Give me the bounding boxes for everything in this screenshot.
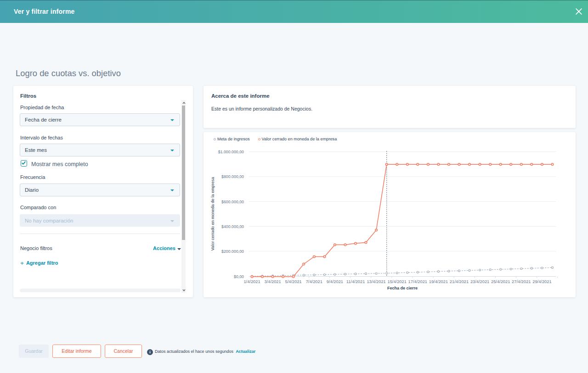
- svg-text:17/4/2021: 17/4/2021: [408, 279, 427, 284]
- svg-text:Valor cerrado en moneda de la: Valor cerrado en moneda de la empresa: [210, 177, 215, 251]
- svg-text:13/4/2021: 13/4/2021: [367, 279, 385, 284]
- svg-text:11/4/2021: 11/4/2021: [346, 279, 365, 284]
- svg-text:25/4/2021: 25/4/2021: [491, 279, 510, 284]
- svg-text:23/4/2021: 23/4/2021: [470, 279, 489, 284]
- svg-text:3/4/2021: 3/4/2021: [264, 279, 281, 284]
- svg-text:$1.000.000,00: $1.000.000,00: [218, 150, 244, 154]
- svg-text:$600.000,00: $600.000,00: [221, 200, 244, 204]
- svg-text:Fecha de cierre: Fecha de cierre: [387, 286, 418, 290]
- svg-text:$0,00: $0,00: [234, 274, 244, 279]
- svg-text:$400.000,00: $400.000,00: [221, 224, 244, 229]
- svg-text:$200.000,00: $200.000,00: [221, 249, 244, 254]
- svg-text:1/4/2021: 1/4/2021: [243, 279, 260, 284]
- svg-text:9/4/2021: 9/4/2021: [327, 279, 343, 284]
- svg-text:$800.000,00: $800.000,00: [221, 174, 244, 179]
- svg-text:19/4/2021: 19/4/2021: [429, 279, 448, 284]
- svg-text:5/4/2021: 5/4/2021: [285, 279, 302, 284]
- svg-text:7/4/2021: 7/4/2021: [306, 279, 322, 284]
- svg-text:21/4/2021: 21/4/2021: [450, 279, 469, 284]
- svg-text:15/4/2021: 15/4/2021: [388, 279, 407, 284]
- svg-text:27/4/2021: 27/4/2021: [512, 279, 531, 284]
- svg-text:29/4/2021: 29/4/2021: [532, 279, 551, 284]
